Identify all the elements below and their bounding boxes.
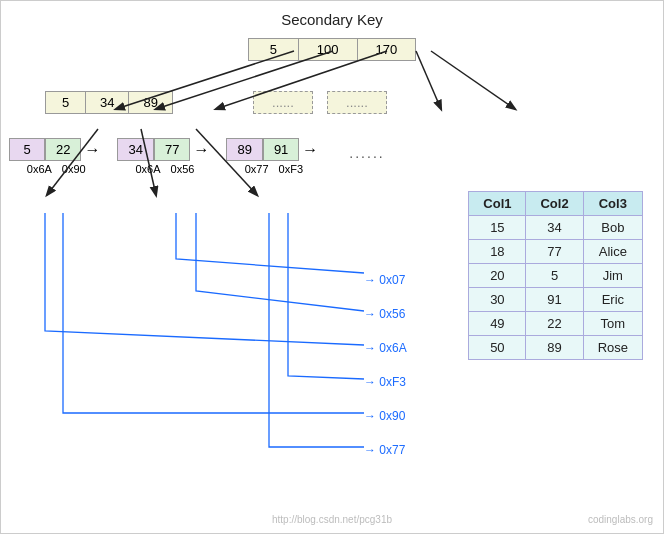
middle-dots: ...... [349, 145, 384, 161]
mid-cell-1: 34 [86, 92, 129, 113]
leaf3-addr2: 0xF3 [279, 163, 303, 175]
table-cell-2-1: 5 [526, 264, 583, 288]
table-cell-2-2: Jim [583, 264, 642, 288]
watermark-site: codinglabs.org [588, 514, 653, 525]
sec-key-cell-0: 5 [249, 39, 299, 60]
leaf2-addr1: 0x6A [135, 163, 160, 175]
page-title: Secondary Key [1, 1, 663, 28]
ptr-label-0xF3: → 0xF3 [364, 375, 406, 389]
ptr-label-0x6A: → 0x6A [364, 341, 407, 355]
leaf3-val2: 91 [263, 138, 299, 161]
leaf1-val: 5 [9, 138, 45, 161]
table-cell-4-1: 22 [526, 312, 583, 336]
table-cell-0-1: 34 [526, 216, 583, 240]
table-cell-3-1: 91 [526, 288, 583, 312]
table-cell-1-1: 77 [526, 240, 583, 264]
table-cell-1-0: 18 [469, 240, 526, 264]
leaf1-val2: 22 [45, 138, 81, 161]
sec-key-cell-1: 100 [299, 39, 358, 60]
leaf1-addr1: 0x6A [27, 163, 52, 175]
table-cell-0-2: Bob [583, 216, 642, 240]
table-cell-4-2: Tom [583, 312, 642, 336]
table-cell-3-0: 30 [469, 288, 526, 312]
ptr-label-0x07: → 0x07 [364, 273, 405, 287]
ptr-label-0x77: → 0x77 [364, 443, 405, 457]
sec-key-cell-2: 170 [358, 39, 416, 60]
col2-header: Col2 [526, 192, 583, 216]
col3-header: Col3 [583, 192, 642, 216]
ptr-label-0x90: → 0x90 [364, 409, 405, 423]
table-cell-1-2: Alice [583, 240, 642, 264]
dashed-box-0: ...... [253, 91, 313, 114]
col1-header: Col1 [469, 192, 526, 216]
table-cell-3-2: Eric [583, 288, 642, 312]
table-cell-2-0: 20 [469, 264, 526, 288]
secondary-key-box: 5 100 170 [248, 38, 416, 61]
leaf2-val2: 77 [154, 138, 190, 161]
leaf1-addr2: 0x90 [62, 163, 86, 175]
ptr-label-0x56: → 0x56 [364, 307, 405, 321]
data-table: Col1 Col2 Col3 1534Bob1877Alice205Jim309… [468, 191, 643, 360]
leaf2-addr2: 0x56 [171, 163, 195, 175]
table-cell-0-0: 15 [469, 216, 526, 240]
table-cell-5-1: 89 [526, 336, 583, 360]
watermark-url: http://blog.csdn.net/pcg31b [272, 514, 392, 525]
table-cell-4-0: 49 [469, 312, 526, 336]
mid-cell-2: 89 [129, 92, 171, 113]
dashed-box-1: ...... [327, 91, 387, 114]
mid-key-box: 5 34 89 [45, 91, 173, 114]
leaf3-val: 89 [226, 138, 262, 161]
table-cell-5-0: 50 [469, 336, 526, 360]
leaf3-addr1: 0x77 [245, 163, 269, 175]
leaf2-val: 34 [117, 138, 153, 161]
table-cell-5-2: Rose [583, 336, 642, 360]
mid-cell-0: 5 [46, 92, 86, 113]
